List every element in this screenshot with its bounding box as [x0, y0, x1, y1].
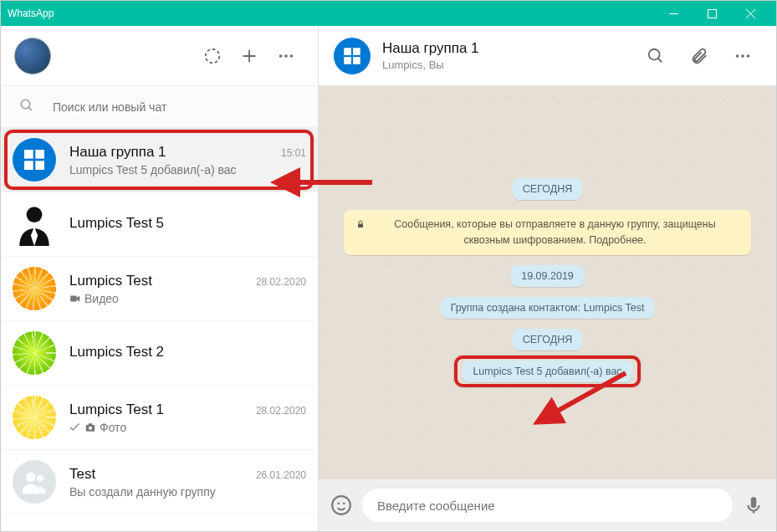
avatar — [13, 396, 56, 439]
chat-name: Test — [69, 466, 95, 483]
chat-name: Lumpics Test 1 — [69, 402, 164, 418]
svg-rect-14 — [89, 423, 93, 425]
date-pill: СЕГОДНЯ — [513, 329, 582, 350]
sidebar-panel: Наша группа 1 15:01 Lumpics Test 5 добав… — [1, 26, 319, 531]
svg-rect-0 — [708, 9, 716, 18]
svg-point-5 — [21, 100, 30, 109]
message-input[interactable] — [362, 489, 733, 522]
avatar — [13, 202, 56, 246]
new-chat-icon[interactable] — [231, 38, 268, 74]
camera-icon — [84, 422, 96, 433]
system-msg-created: Группа создана контактом: Lumpics Test — [441, 297, 655, 319]
svg-point-2 — [279, 54, 283, 58]
svg-point-27 — [337, 503, 340, 505]
app-title: WhatsApp — [8, 8, 54, 19]
svg-point-23 — [741, 54, 744, 58]
compose-bar — [319, 479, 776, 531]
svg-point-4 — [290, 54, 294, 58]
svg-rect-11 — [70, 295, 77, 301]
svg-rect-8 — [24, 161, 33, 170]
date-pill: СЕГОДНЯ — [513, 178, 582, 200]
chat-time: 15:01 — [281, 147, 306, 159]
svg-point-1 — [206, 49, 220, 63]
chat-title: Наша группа 1 — [382, 40, 637, 57]
date-pill: 19.09.2019 — [511, 265, 584, 287]
svg-point-28 — [343, 503, 345, 505]
avatar — [13, 460, 56, 504]
chat-preview: Lumpics Test 5 добавил(-а) вас — [69, 163, 306, 176]
svg-rect-29 — [751, 497, 757, 508]
chat-item-group1[interactable]: Наша группа 1 15:01 Lumpics Test 5 добав… — [1, 128, 318, 192]
chat-panel: Наша группа 1 Lumpics, Вы СЕГОДНЯ — [319, 26, 776, 531]
chat-item-lumpics1[interactable]: Lumpics Test 1 28.02.2020 Фото — [1, 386, 318, 450]
chat-item-test[interactable]: Test 26.01.2020 Вы создали данную группу — [1, 450, 318, 514]
svg-rect-6 — [24, 150, 33, 159]
svg-point-15 — [26, 473, 35, 482]
chat-item-lumpics[interactable]: Lumpics Test 28.02.2020 Видео — [1, 257, 318, 321]
search-chat-icon[interactable] — [637, 38, 674, 74]
search-box — [1, 86, 318, 128]
chat-time: 28.02.2020 — [256, 276, 306, 288]
profile-avatar[interactable] — [14, 38, 51, 74]
search-icon — [19, 98, 34, 116]
svg-point-16 — [37, 475, 44, 483]
video-icon — [69, 293, 81, 304]
avatar — [13, 331, 56, 375]
svg-rect-25 — [358, 224, 363, 228]
chat-header[interactable]: Наша группа 1 Lumpics, Вы — [319, 26, 776, 86]
mic-icon[interactable] — [743, 494, 764, 516]
avatar — [13, 138, 56, 182]
chat-time: 26.01.2020 — [256, 469, 306, 481]
check-icon — [69, 422, 81, 433]
chat-name: Lumpics Test 2 — [69, 344, 164, 361]
close-button[interactable] — [731, 1, 769, 26]
sidebar-header — [1, 26, 318, 86]
chat-item-lumpics2[interactable]: Lumpics Test 2 — [1, 321, 318, 386]
message-area: СЕГОДНЯ Сообщения, которые вы отправляет… — [319, 86, 776, 479]
svg-rect-18 — [353, 48, 360, 55]
chat-subtitle: Lumpics, Вы — [382, 59, 637, 71]
encryption-notice[interactable]: Сообщения, которые вы отправляете в данн… — [344, 210, 751, 255]
chat-list: Наша группа 1 15:01 Lumpics Test 5 добав… — [1, 128, 318, 531]
chat-time: 28.02.2020 — [256, 405, 306, 417]
menu-icon[interactable] — [268, 38, 304, 74]
group-avatar — [334, 38, 371, 74]
avatar — [13, 267, 56, 310]
chat-name: Lumpics Test — [69, 273, 152, 289]
svg-rect-19 — [344, 57, 351, 64]
svg-point-26 — [332, 496, 350, 514]
attach-icon[interactable] — [681, 38, 718, 74]
svg-point-10 — [27, 207, 43, 223]
svg-rect-17 — [344, 48, 351, 55]
window-titlebar: WhatsApp — [1, 1, 776, 26]
maximize-button[interactable] — [693, 1, 731, 26]
chat-preview: Вы создали данную группу — [69, 485, 306, 499]
chat-name: Lumpics Test 5 — [69, 215, 164, 232]
svg-point-22 — [736, 54, 739, 58]
svg-point-13 — [89, 426, 92, 429]
minimize-button[interactable] — [654, 1, 693, 26]
emoji-icon[interactable] — [330, 494, 352, 516]
svg-rect-9 — [35, 161, 44, 170]
chat-item-lumpics5[interactable]: Lumpics Test 5 — [1, 192, 318, 257]
chat-name: Наша группа 1 — [69, 144, 166, 161]
svg-rect-20 — [353, 57, 360, 64]
search-input[interactable] — [53, 100, 304, 114]
lock-icon — [355, 219, 365, 229]
system-msg-added: Lumpics Test 5 добавил(-а) вас — [463, 361, 631, 382]
status-icon[interactable] — [194, 38, 231, 74]
svg-point-21 — [649, 49, 660, 59]
svg-rect-7 — [35, 150, 44, 159]
chat-preview: Фото — [69, 421, 306, 434]
svg-point-24 — [747, 54, 750, 58]
chat-preview: Видео — [69, 292, 306, 305]
chat-menu-icon[interactable] — [724, 38, 761, 74]
svg-point-3 — [284, 54, 288, 58]
